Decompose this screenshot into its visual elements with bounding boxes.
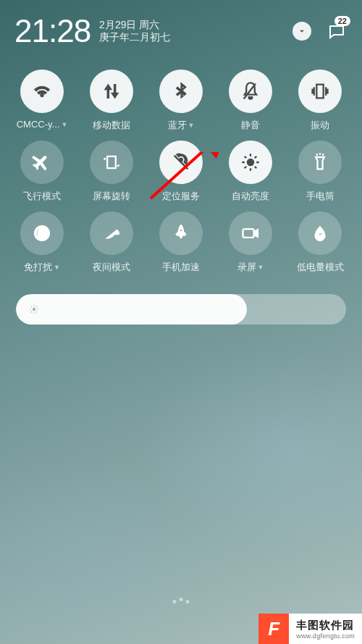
sun-icon bbox=[28, 303, 41, 316]
clock-time: 21:28 bbox=[14, 13, 90, 49]
dnd-icon bbox=[20, 212, 64, 255]
watermark-logo: F bbox=[258, 614, 289, 644]
tile-airplane[interactable]: 飞行模式 bbox=[7, 141, 77, 203]
vibrate-icon bbox=[298, 70, 342, 113]
messages-button[interactable]: 22 bbox=[326, 22, 348, 41]
tile-mobile-data[interactable]: 移动数据 bbox=[77, 70, 146, 132]
rotation-lock-icon bbox=[90, 141, 133, 184]
watermark: F 丰图软件园 www.dgfengtu.com bbox=[258, 614, 362, 644]
tile-wifi[interactable]: CMCC-y...▼ bbox=[7, 70, 77, 132]
brightness-icon bbox=[229, 141, 272, 184]
tile-label: 自动亮度 bbox=[232, 190, 269, 203]
tile-label: 屏幕旋转 bbox=[93, 190, 130, 203]
location-icon bbox=[159, 141, 203, 184]
rocket-icon bbox=[159, 212, 203, 255]
chevron-down-icon: ▼ bbox=[188, 122, 195, 129]
tile-label: 录屏 bbox=[237, 261, 256, 274]
tile-location[interactable]: 定位服务 bbox=[146, 141, 216, 203]
chevron-down-icon bbox=[297, 26, 307, 36]
date-block: 2月29日 周六 庚子年二月初七 bbox=[99, 19, 170, 44]
status-bar: 21:28 2月29日 周六 庚子年二月初七 22 bbox=[0, 0, 362, 55]
tile-dnd[interactable]: 免打扰▼ bbox=[7, 212, 77, 274]
chevron-down-icon: ▼ bbox=[54, 264, 60, 271]
expand-button[interactable] bbox=[292, 22, 311, 41]
night-icon bbox=[90, 212, 133, 255]
svg-point-1 bbox=[247, 159, 253, 165]
flashlight-icon bbox=[298, 141, 342, 184]
chevron-down-icon: ▼ bbox=[61, 121, 67, 128]
panel-drag-handle[interactable] bbox=[173, 600, 190, 603]
tile-label: 移动数据 bbox=[93, 119, 130, 132]
tile-label: 静音 bbox=[241, 119, 260, 132]
airplane-icon bbox=[20, 141, 64, 184]
tile-rotation[interactable]: 屏幕旋转 bbox=[77, 141, 146, 203]
wifi-icon bbox=[20, 70, 64, 113]
tile-boost[interactable]: 手机加速 bbox=[146, 212, 216, 274]
mute-icon bbox=[229, 70, 272, 113]
record-icon bbox=[229, 212, 272, 255]
tile-vibrate[interactable]: 振动 bbox=[285, 70, 355, 132]
watermark-url: www.dgfengtu.com bbox=[296, 632, 355, 640]
svg-rect-2 bbox=[243, 229, 254, 238]
tile-battery-saver[interactable]: 低电量模式 bbox=[285, 212, 355, 274]
date-line-1: 2月29日 周六 bbox=[99, 19, 170, 32]
tile-label: 蓝牙 bbox=[168, 119, 187, 132]
tile-night-mode[interactable]: 夜间模式 bbox=[77, 212, 146, 274]
watermark-title: 丰图软件园 bbox=[296, 619, 355, 632]
tile-label: 低电量模式 bbox=[297, 261, 344, 274]
tile-label: 手电筒 bbox=[306, 190, 334, 203]
brightness-slider-fill bbox=[16, 294, 247, 325]
tile-label: 免打扰 bbox=[24, 261, 52, 274]
tile-label: CMCC-y... bbox=[17, 119, 60, 130]
tile-mute[interactable]: 静音 bbox=[216, 70, 285, 132]
quick-settings-grid: CMCC-y...▼ 移动数据 蓝牙▼ 静音 振动 飞行模式 屏 bbox=[0, 55, 362, 274]
svg-point-3 bbox=[33, 308, 36, 311]
tile-flashlight[interactable]: 手电筒 bbox=[285, 141, 355, 203]
date-line-2: 庚子年二月初七 bbox=[99, 31, 170, 44]
brightness-slider-container bbox=[0, 274, 362, 325]
tile-label: 定位服务 bbox=[162, 190, 200, 203]
data-icon bbox=[90, 70, 133, 113]
chevron-down-icon: ▼ bbox=[258, 264, 264, 271]
notification-badge: 22 bbox=[334, 16, 350, 26]
battery-saver-icon bbox=[298, 212, 342, 255]
svg-point-0 bbox=[180, 158, 183, 162]
tile-label: 夜间模式 bbox=[93, 261, 130, 274]
tile-label: 手机加速 bbox=[162, 261, 200, 274]
tile-label: 飞行模式 bbox=[23, 190, 61, 203]
tile-bluetooth[interactable]: 蓝牙▼ bbox=[146, 70, 216, 132]
tile-label: 振动 bbox=[311, 119, 329, 132]
tile-screen-record[interactable]: 录屏▼ bbox=[216, 212, 285, 274]
tile-auto-brightness[interactable]: 自动亮度 bbox=[216, 141, 285, 203]
bluetooth-icon bbox=[159, 70, 203, 113]
brightness-slider[interactable] bbox=[16, 294, 346, 325]
